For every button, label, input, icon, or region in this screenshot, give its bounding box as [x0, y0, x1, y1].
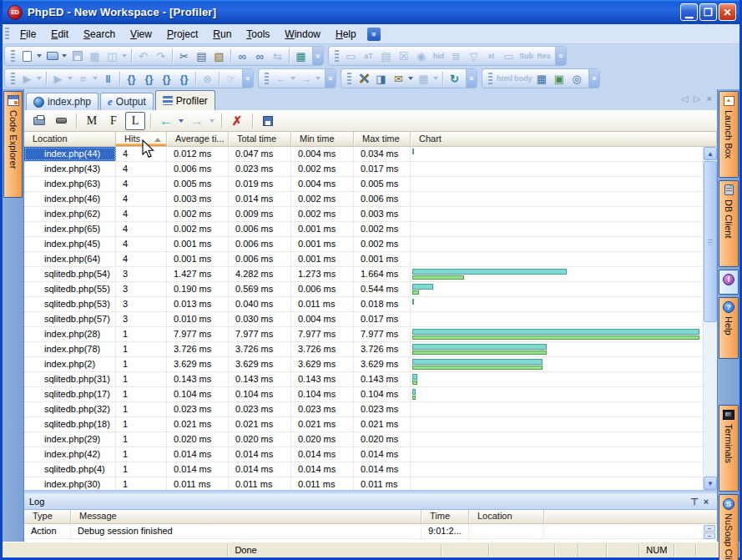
toolbar-grip[interactable]: [335, 50, 339, 62]
run-button[interactable]: ▶: [18, 70, 36, 88]
run-to-cursor-button[interactable]: {}: [175, 70, 193, 88]
table-row[interactable]: index.php(2)13.629 ms3.629 ms3.629 ms3.6…: [24, 357, 703, 372]
toolbar-grip[interactable]: [488, 73, 492, 84]
checkbox-button[interactable]: ☒: [395, 48, 412, 65]
table-row[interactable]: index.php(44)40.012 ms0.047 ms0.004 ms0.…: [24, 147, 703, 162]
menu-file[interactable]: File: [13, 26, 43, 43]
db-table-button[interactable]: ▦: [415, 70, 432, 88]
table-row[interactable]: sqlitedb.php(17)10.104 ms0.104 ms0.104 m…: [24, 387, 703, 402]
maximize-button[interactable]: ❐: [699, 3, 717, 21]
menu-overflow-button[interactable]: «: [367, 28, 381, 41]
new-file-button[interactable]: [18, 48, 36, 65]
step-over-button[interactable]: {}: [140, 70, 158, 88]
table-row[interactable]: sqlitedb.php(57)30.010 ms0.030 ms0.004 m…: [24, 312, 703, 327]
radio-button-button[interactable]: ◉: [412, 48, 430, 65]
hidden-field-button[interactable]: hid: [430, 48, 447, 65]
run-dropdown-caret[interactable]: [37, 77, 42, 80]
undo-button[interactable]: ↶: [134, 48, 152, 65]
tab-scroll-left-icon[interactable]: ◁: [681, 93, 688, 104]
table-row[interactable]: sqlitedb.php(32)10.023 ms0.023 ms0.023 m…: [24, 402, 703, 417]
run-in-debugger-dropdown-caret[interactable]: [68, 77, 73, 80]
log-scroll-buttons[interactable]: [704, 525, 715, 539]
minimize-button[interactable]: ▁: [680, 3, 698, 21]
run-in-debugger-button[interactable]: ▶: [49, 70, 67, 88]
tab-profiler[interactable]: Profiler: [155, 90, 215, 110]
html-tag-button[interactable]: html: [496, 70, 513, 88]
table-row[interactable]: sqlitedb.php(4)10.014 ms0.014 ms0.014 ms…: [24, 462, 703, 477]
tab-output[interactable]: eOutput: [100, 93, 154, 110]
body-tag-button[interactable]: body: [513, 70, 533, 88]
table-row[interactable]: index.php(64)40.001 ms0.006 ms0.001 ms0.…: [24, 252, 703, 267]
toolbar-grip[interactable]: [265, 73, 269, 84]
table-row[interactable]: index.php(29)10.020 ms0.020 ms0.020 ms0.…: [24, 432, 703, 447]
history-forward-dropdown-caret[interactable]: [209, 119, 215, 123]
push-button-button[interactable]: ▭: [500, 48, 517, 65]
sync-zoom-button[interactable]: ↻: [446, 70, 463, 88]
history-back-dropdown-caret[interactable]: [179, 119, 184, 123]
column-header-min-time[interactable]: Min time: [291, 132, 354, 146]
dock-tab-terminals[interactable]: Terminals: [719, 405, 739, 492]
column-header-average-ti-[interactable]: Average ti...: [167, 132, 229, 146]
dropdown-button[interactable]: ▽: [465, 48, 482, 65]
find-next-button[interactable]: ∞: [251, 48, 269, 65]
table-row[interactable]: sqlitedb.php(55)30.190 ms0.569 ms0.006 m…: [24, 282, 703, 297]
log-column-message[interactable]: Message: [71, 510, 421, 523]
log-column-location[interactable]: Location: [469, 510, 544, 523]
dock-tab-db-client[interactable]: DB Client: [719, 180, 739, 267]
break-button[interactable]: ☞: [222, 70, 240, 88]
table-row[interactable]: sqlitedb.php(54)31.427 ms4.282 ms1.273 m…: [24, 267, 703, 282]
profile-button[interactable]: ≡: [74, 70, 92, 88]
toolbar-overflow-button[interactable]: «: [325, 69, 336, 88]
pin-icon[interactable]: ⊤: [689, 497, 700, 507]
table-row[interactable]: index.php(45)40.001 ms0.006 ms0.001 ms0.…: [24, 237, 703, 252]
toolbar-grip[interactable]: [347, 73, 351, 84]
menu-tools[interactable]: Tools: [239, 26, 277, 43]
menu-view[interactable]: View: [123, 26, 159, 43]
deploy-dropdown-caret[interactable]: [408, 77, 413, 80]
menu-help[interactable]: Help: [328, 26, 364, 43]
log-close-icon[interactable]: ×: [700, 497, 712, 507]
code-snippets-button[interactable]: ▦: [292, 48, 310, 65]
deploy-button[interactable]: ✉: [390, 70, 407, 88]
toolbar-overflow-button[interactable]: «: [588, 69, 599, 88]
stop-button[interactable]: ⊗: [199, 70, 216, 88]
profile-dropdown-caret[interactable]: [93, 77, 98, 80]
db-table-dropdown-caret[interactable]: [433, 77, 438, 80]
forward-dropdown-caret[interactable]: [315, 77, 321, 80]
open-folder-button[interactable]: [43, 48, 61, 65]
scroll-up-button[interactable]: ▲: [704, 147, 717, 160]
forward-button[interactable]: →: [297, 70, 315, 88]
toolbar-overflow-button[interactable]: «: [555, 47, 566, 65]
table-row[interactable]: index.php(28)17.977 ms7.977 ms7.977 ms7.…: [24, 327, 703, 342]
column-header-max-time[interactable]: Max time: [354, 132, 411, 146]
new-file-dropdown-caret[interactable]: [37, 54, 42, 58]
table-row[interactable]: sqlitedb.php(53)30.013 ms0.040 ms0.011 m…: [24, 297, 703, 312]
toolbar-overflow-button[interactable]: «: [466, 69, 477, 88]
text-input-button[interactable]: xI: [482, 48, 500, 65]
menu-project[interactable]: Project: [159, 26, 205, 43]
delete-results-button[interactable]: ✗: [227, 112, 247, 130]
table-row[interactable]: index.php(42)10.014 ms0.014 ms0.014 ms0.…: [24, 447, 703, 462]
scroll-down-button[interactable]: ▼: [704, 477, 717, 490]
table-row[interactable]: sqlitedb.php(31)10.143 ms0.143 ms0.143 m…: [24, 372, 703, 387]
listbox-button[interactable]: ≣: [447, 48, 465, 65]
column-header-location[interactable]: Location: [24, 132, 116, 146]
table-row[interactable]: index.php(62)40.002 ms0.009 ms0.002 ms0.…: [24, 207, 703, 222]
table-row[interactable]: index.php(63)40.005 ms0.019 ms0.004 ms0.…: [24, 177, 703, 192]
vertical-scrollbar[interactable]: ▲ ▼: [703, 147, 717, 490]
dock-tab-nusoap-client[interactable]: SNuSoap Client: [719, 494, 739, 560]
tab-index-php[interactable]: index.php: [26, 93, 98, 110]
toolbar-grip[interactable]: [11, 50, 15, 62]
copy-button[interactable]: ▤: [193, 48, 210, 65]
dock-tab-launch-box[interactable]: Launch Box: [719, 91, 739, 178]
toggle-module-button[interactable]: M: [82, 112, 102, 130]
insert-image-button[interactable]: ▣: [551, 70, 568, 88]
find-in-files-dropdown-caret[interactable]: [122, 54, 127, 58]
replace-button[interactable]: ⇆: [269, 48, 286, 65]
insert-link-button[interactable]: ◎: [568, 70, 586, 88]
toolbar-grip[interactable]: [11, 73, 15, 84]
table-row[interactable]: index.php(30)10.011 ms0.011 ms0.011 ms0.…: [24, 477, 703, 490]
open-folder-dropdown-caret[interactable]: [62, 54, 67, 58]
find-button[interactable]: ∞: [234, 48, 251, 65]
print-report-button[interactable]: [29, 112, 49, 130]
